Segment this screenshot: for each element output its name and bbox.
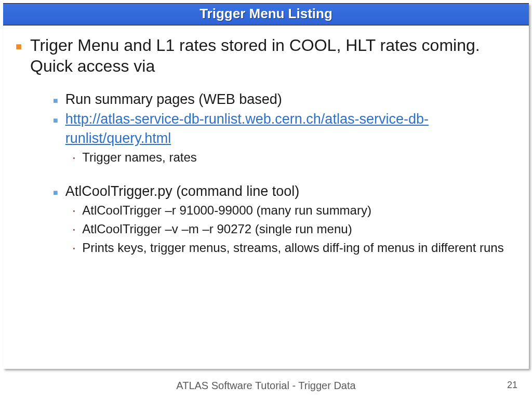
bullet-level1: ■ Triger Menu and L1 rates stored in COO… xyxy=(16,35,516,76)
slide-title: Trigger Menu Listing xyxy=(3,3,529,25)
square-bullet-icon: ▪ xyxy=(73,207,75,219)
bullet-level3: ▪ AtlCoolTrigger –v –m –r 90272 (single … xyxy=(73,220,516,238)
slide-frame: Trigger Menu Listing ■ Triger Menu and L… xyxy=(3,3,529,369)
bullet-level3: ▪ AtlCoolTrigger –r 91000-99000 (many ru… xyxy=(73,202,516,219)
square-bullet-icon: ▪ xyxy=(73,225,75,238)
square-bullet-icon: ▪ xyxy=(73,244,75,257)
link-text[interactable]: http://atlas-service-db-runlist.web.cern… xyxy=(65,110,516,148)
bullet-level2: ■ http://atlas-service-db-runlist.web.ce… xyxy=(53,110,516,148)
square-bullet-icon: ■ xyxy=(53,187,58,201)
square-bullet-icon: ■ xyxy=(53,95,58,109)
bullet-text: Run summary pages (WEB based) xyxy=(65,90,282,109)
footer-text: ATLAS Software Tutorial - Trigger Data xyxy=(0,380,532,392)
square-bullet-icon: ■ xyxy=(53,115,58,148)
page-number: 21 xyxy=(507,380,517,391)
bullet-level3: ▪ Prints keys, trigger menus, streams, a… xyxy=(73,239,516,257)
bullet-text: Prints keys, trigger menus, streams, all… xyxy=(82,239,503,257)
square-bullet-icon: ▪ xyxy=(73,154,75,166)
bullet-text: Trigger names, rates xyxy=(82,149,197,166)
bullet-level2: ■ AtlCoolTrigger.py (command line tool) xyxy=(53,182,516,201)
bullet-text: AtlCoolTrigger –r 91000-99000 (many run … xyxy=(82,202,371,219)
slide-body: ■ Triger Menu and L1 rates stored in COO… xyxy=(3,25,529,262)
square-bullet-icon: ■ xyxy=(16,40,22,76)
bullet-text: AtlCoolTrigger –v –m –r 90272 (single ru… xyxy=(82,220,352,238)
bullet-level3: ▪ Trigger names, rates xyxy=(73,149,516,166)
bullet-text: Triger Menu and L1 rates stored in COOL,… xyxy=(30,35,516,76)
bullet-text: AtlCoolTrigger.py (command line tool) xyxy=(65,182,300,201)
bullet-level2: ■ Run summary pages (WEB based) xyxy=(53,90,516,109)
